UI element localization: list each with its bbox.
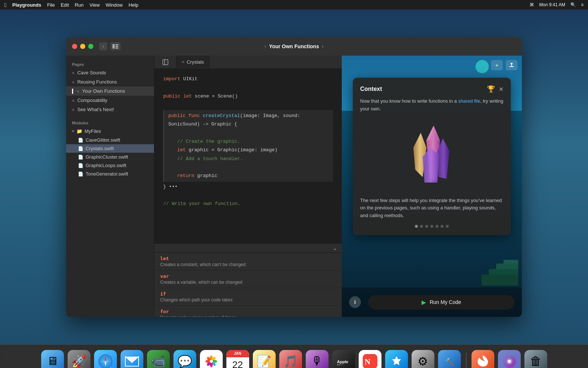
file-tonegenerator[interactable]: 📄 ToneGenerator.swift [66, 170, 154, 178]
window-title: Your Own Functions [269, 43, 319, 49]
dock-notes[interactable]: 📝 [253, 350, 276, 368]
add-button[interactable]: + [491, 60, 503, 70]
dock-finder[interactable]: 🖥 [41, 350, 64, 368]
file-caveglitter[interactable]: 📄 CaveGlitter.swift [66, 136, 154, 144]
svg-rect-4 [163, 60, 168, 65]
dot-3[interactable] [425, 225, 428, 228]
minimize-button[interactable] [80, 44, 85, 49]
clock: Mon 9:41 AM [539, 2, 565, 7]
dock-safari[interactable] [94, 350, 117, 368]
dock-podcasts[interactable]: 🎙 [306, 350, 329, 368]
run-my-code-button[interactable]: ▶ Run My Code [368, 295, 514, 309]
dot-4[interactable] [430, 225, 433, 228]
share-button[interactable] [506, 60, 517, 70]
dock-swift[interactable] [472, 350, 494, 368]
dock-appstore[interactable] [385, 350, 408, 368]
search-icon[interactable]: 🔍 [570, 2, 576, 7]
code-closing: } ••• [163, 183, 333, 191]
autocomplete-if[interactable]: if Changes which path your code takes [154, 288, 342, 306]
dock-calendar[interactable]: JAN 22 [226, 350, 249, 368]
editor-area: ✕ Crystals import UIKit public let scene… [154, 56, 342, 317]
dot-1[interactable] [415, 225, 418, 228]
file-crystals[interactable]: 📄 Crystals.swift [66, 144, 154, 153]
back-button[interactable]: ‹ [99, 42, 107, 50]
sidebar-item-composability[interactable]: ≡ Composability [66, 96, 154, 105]
view-menu[interactable]: View [89, 2, 100, 8]
shared-file-link[interactable]: shared file [458, 98, 480, 104]
run-icon: ▶ [422, 299, 426, 306]
edit-menu[interactable]: Edit [61, 2, 69, 8]
run-menu[interactable]: Run [75, 2, 84, 8]
file-graphicloops[interactable]: 📄 GraphicLoops.swift [66, 161, 154, 170]
book-tab[interactable] [154, 56, 176, 69]
keyword-if: if [160, 291, 336, 297]
dot-5[interactable] [435, 225, 438, 228]
preview-toolbar: + [491, 60, 517, 70]
control-center-icon[interactable]: ≡ [581, 2, 584, 7]
file-menu[interactable]: File [47, 2, 55, 8]
svg-rect-1 [115, 44, 118, 45]
close-button[interactable] [72, 44, 77, 49]
autocomplete-for[interactable]: for Repeats code a given number of times [154, 306, 342, 317]
myfiles-folder[interactable]: ▾ 📁 MyFiles [66, 127, 154, 136]
dock-syspref[interactable]: ⚙ [412, 350, 434, 368]
dock-trash[interactable]: 🗑 [524, 350, 547, 368]
dock-rocket[interactable]: 🚀 [68, 350, 90, 368]
sidebar-item-cave-sounds[interactable]: ≡ Cave Sounds [66, 68, 154, 77]
window-menu[interactable]: Window [105, 2, 122, 8]
next-chevron[interactable]: › [322, 44, 323, 49]
svg-rect-0 [112, 44, 115, 49]
desc-var: Creates a variable, which can be changed [160, 280, 336, 285]
code-editor[interactable]: import UIKit public let scene = Scene() … [154, 69, 342, 243]
dot-7[interactable] [446, 225, 449, 228]
dock-mail[interactable] [121, 350, 143, 368]
apple-menu[interactable]:  [4, 2, 6, 8]
crystals-tab[interactable]: ✕ Crystals [176, 56, 209, 69]
desc-let: Creates a constant, which can't be chang… [160, 262, 336, 267]
context-text: Now that you know how to write functions… [360, 98, 503, 113]
pages-label: Pages [66, 60, 154, 68]
prev-chevron[interactable]: ‹ [265, 44, 266, 49]
code-comment2: // Add a touch handler. [168, 155, 333, 163]
help-menu[interactable]: Help [129, 2, 139, 8]
dot-6[interactable] [441, 225, 444, 228]
code-func-sig: public func createCrystal(image: Image, … [168, 112, 333, 120]
context-footer-text: The next few steps will help you integra… [360, 197, 503, 220]
code-return: return graphic [168, 171, 333, 180]
app-name-menu[interactable]: Playgrounds [12, 2, 41, 8]
dot-2[interactable] [420, 225, 423, 228]
dock-messages[interactable]: 💬 [173, 350, 196, 368]
sidebar-item-see-whats-next[interactable]: ≡ See What's Next! [66, 105, 154, 114]
sidebar-item-your-own-functions[interactable]: ≡ Your Own Functions [66, 86, 154, 96]
title-bar-nav: ‹ [93, 42, 121, 50]
sidebar-item-reusing-functions[interactable]: ≡ Reusing Functions [66, 77, 154, 86]
sidebar-toggle[interactable] [110, 42, 121, 50]
info-button[interactable]: i [349, 296, 361, 308]
app-window: ‹ ‹ Your Own Functions › [66, 37, 522, 317]
autocomplete-let[interactable]: let Creates a constant, which can't be c… [154, 253, 342, 270]
indicator-circle [476, 60, 489, 73]
folder-arrow-icon: ▾ [72, 129, 74, 134]
file-graphiccluster[interactable]: 📄 GraphicCluster.swift [66, 153, 154, 161]
dock: 🖥 🚀 📹 💬 JAN 22 📝 🎵 🎙 AppleTV N [0, 344, 588, 368]
dock-facetime[interactable]: 📹 [147, 350, 170, 368]
list-icon-5: ≡ [72, 107, 74, 112]
code-func-sig2: SonicSound) -> Graphic { [168, 120, 333, 128]
dock-appletv[interactable]: AppleTV [332, 350, 355, 368]
crystal-image [360, 118, 503, 192]
dock-news[interactable]: N [359, 350, 381, 368]
dock-xcode[interactable]: 🔨 [438, 350, 461, 368]
tab-close-icon[interactable]: ✕ [182, 60, 184, 64]
autocomplete-toggle[interactable]: ⌄ [333, 245, 337, 251]
desc-for: Repeats code a given number of times [160, 315, 336, 317]
trophy-icon: 🏆 [487, 85, 495, 93]
autocomplete-var[interactable]: var Creates a variable, which can be cha… [154, 270, 342, 288]
dock-siri[interactable] [498, 350, 521, 368]
close-card-button[interactable]: ✕ [499, 86, 503, 93]
svg-rect-6 [509, 66, 514, 67]
maximize-button[interactable] [88, 44, 93, 49]
dock-photos[interactable] [200, 350, 223, 368]
context-title: Context [360, 86, 382, 92]
code-let-graphic: let graphic = Graphic(image: image) [168, 146, 333, 154]
dock-music[interactable]: 🎵 [279, 350, 302, 368]
